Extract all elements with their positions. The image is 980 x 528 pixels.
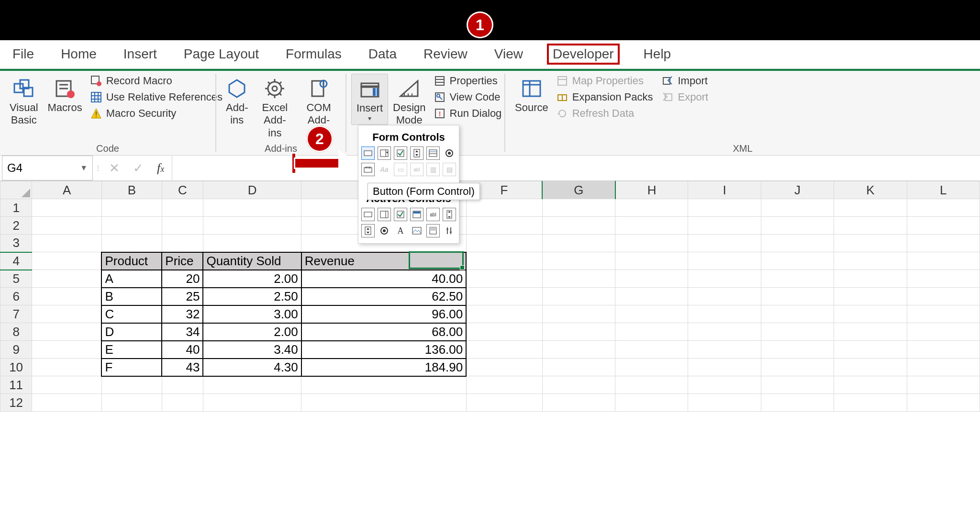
row-header[interactable]: 9 <box>0 341 32 359</box>
ax-button-icon[interactable] <box>361 208 375 221</box>
cell[interactable]: 40.00 <box>301 270 466 288</box>
cell[interactable] <box>907 376 980 394</box>
cell[interactable] <box>466 199 542 217</box>
cell[interactable] <box>761 359 834 376</box>
cell[interactable] <box>32 270 102 288</box>
cell[interactable] <box>466 341 542 359</box>
ax-listbox-icon[interactable] <box>410 208 423 221</box>
cell[interactable]: 20 <box>162 270 203 288</box>
cell[interactable]: 184.90 <box>301 359 466 376</box>
cell[interactable] <box>761 270 834 288</box>
cell[interactable] <box>162 394 203 412</box>
cell[interactable]: 34 <box>162 323 203 341</box>
cell[interactable] <box>688 359 761 376</box>
cell[interactable] <box>688 376 761 394</box>
row-header[interactable]: 2 <box>0 217 32 235</box>
cell[interactable] <box>466 359 542 376</box>
ax-textbox-icon[interactable]: abl <box>426 208 440 221</box>
row-header[interactable]: 6 <box>0 288 32 305</box>
tab-formulas[interactable]: Formulas <box>283 45 345 64</box>
row-header[interactable]: 11 <box>0 376 32 394</box>
cell[interactable] <box>834 199 907 217</box>
ax-checkbox-icon[interactable] <box>394 208 407 221</box>
cell[interactable] <box>907 323 980 341</box>
cell[interactable] <box>162 376 203 394</box>
cell[interactable] <box>834 323 907 341</box>
cell[interactable]: 43 <box>162 359 203 376</box>
column-header[interactable]: D <box>203 181 301 199</box>
record-macro-button[interactable]: Record Macro <box>90 75 223 87</box>
cell[interactable] <box>162 217 203 235</box>
tab-developer[interactable]: Developer <box>547 44 620 65</box>
cell[interactable] <box>615 305 688 323</box>
cell[interactable] <box>615 341 688 359</box>
cell[interactable]: B <box>101 288 162 305</box>
cell[interactable]: 96.00 <box>301 305 466 323</box>
cell[interactable]: 62.50 <box>301 288 466 305</box>
cell[interactable] <box>615 376 688 394</box>
cell[interactable] <box>761 288 834 305</box>
cell[interactable] <box>32 235 102 252</box>
cell[interactable] <box>32 252 102 270</box>
select-all-corner[interactable] <box>0 181 32 199</box>
cell[interactable] <box>542 199 615 217</box>
cell[interactable] <box>542 270 615 288</box>
cell[interactable] <box>162 199 203 217</box>
relative-refs-button[interactable]: Use Relative References <box>90 91 223 103</box>
row-header[interactable]: 5 <box>0 270 32 288</box>
cell[interactable] <box>688 288 761 305</box>
cell[interactable] <box>101 217 162 235</box>
column-header[interactable]: A <box>32 181 102 199</box>
cell[interactable] <box>542 359 615 376</box>
fx-icon[interactable]: fx <box>157 161 164 175</box>
row-header[interactable]: 8 <box>0 323 32 341</box>
form-dropdown2-icon[interactable]: ▤ <box>443 163 456 176</box>
cell[interactable] <box>761 217 834 235</box>
ax-toggle-icon[interactable] <box>426 224 440 237</box>
macro-security-button[interactable]: ! Macro Security <box>90 107 223 120</box>
cell[interactable] <box>761 394 834 412</box>
cell[interactable] <box>615 323 688 341</box>
row-header[interactable]: 10 <box>0 359 32 376</box>
tab-page-layout[interactable]: Page Layout <box>181 45 262 64</box>
cell[interactable] <box>466 252 542 270</box>
cell[interactable]: Product <box>101 252 162 270</box>
cell[interactable]: D <box>101 323 162 341</box>
ax-more-controls-icon[interactable] <box>443 224 456 237</box>
cell[interactable] <box>32 394 102 412</box>
import-button[interactable]: Import <box>661 75 708 87</box>
cell[interactable] <box>688 270 761 288</box>
row-header[interactable]: 4 <box>0 252 32 270</box>
cell[interactable] <box>688 235 761 252</box>
cell[interactable] <box>203 199 301 217</box>
ax-combo-icon[interactable] <box>378 208 391 221</box>
cell[interactable]: Revenue <box>301 252 466 270</box>
cell[interactable] <box>688 217 761 235</box>
cell[interactable] <box>101 235 162 252</box>
cell[interactable] <box>466 270 542 288</box>
cell[interactable]: 68.00 <box>301 323 466 341</box>
cell[interactable] <box>761 376 834 394</box>
cell[interactable] <box>834 376 907 394</box>
cell[interactable] <box>101 394 162 412</box>
cell[interactable] <box>615 199 688 217</box>
tab-help[interactable]: Help <box>641 45 674 64</box>
cell[interactable] <box>32 359 102 376</box>
form-textfield-icon[interactable]: abl <box>410 163 423 176</box>
cell[interactable] <box>203 376 301 394</box>
column-header[interactable]: C <box>162 181 203 199</box>
cell[interactable] <box>615 235 688 252</box>
row-header[interactable]: 7 <box>0 305 32 323</box>
cell[interactable] <box>162 235 203 252</box>
cell[interactable] <box>32 323 102 341</box>
excel-addins-button[interactable]: Excel Add-ins <box>253 74 297 141</box>
cell[interactable] <box>688 394 761 412</box>
cell[interactable] <box>688 323 761 341</box>
column-header[interactable]: I <box>688 181 761 199</box>
cell[interactable] <box>761 235 834 252</box>
cell[interactable] <box>907 252 980 270</box>
ax-option-icon[interactable] <box>378 224 391 237</box>
cell[interactable] <box>203 217 301 235</box>
column-header[interactable]: G <box>542 181 615 199</box>
tab-data[interactable]: Data <box>366 45 400 64</box>
